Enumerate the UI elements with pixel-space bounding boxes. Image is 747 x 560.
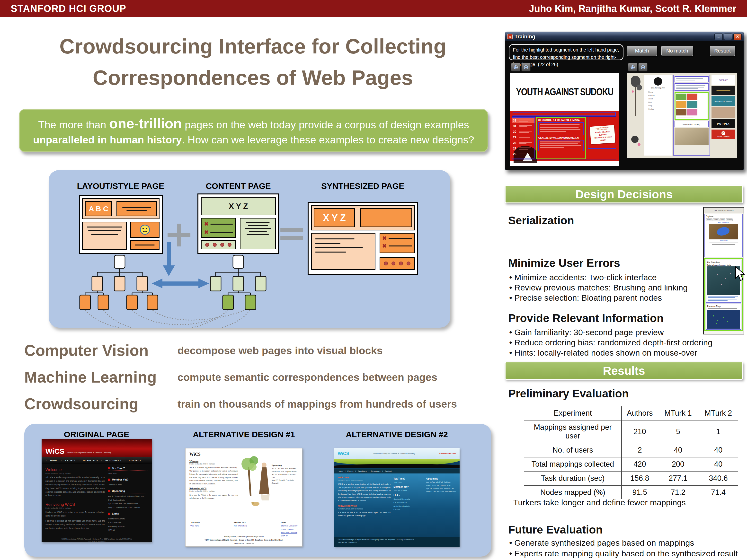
turkers-note: Turkers take longer and define fewer map… bbox=[508, 498, 686, 507]
matched-segment[interactable] bbox=[674, 92, 709, 120]
bullet-preview: Gain familiarity: 30-second page preview bbox=[509, 328, 664, 337]
tree-diagram bbox=[49, 170, 450, 328]
zoom-out-icon-right[interactable]: ⊖ bbox=[638, 63, 647, 72]
table-row: No. of users2 4040 bbox=[524, 443, 738, 457]
table-header-row: ExperimentAuthors MTurk 1MTurk 2 bbox=[524, 406, 738, 420]
candidate-column[interactable]: susannah conway bbox=[673, 75, 710, 156]
authors: Juho Kim, Ranjitha Kumar, Scott R. Klemm… bbox=[529, 3, 737, 14]
intro-line1: The more than one-trillion pages on the … bbox=[20, 114, 488, 133]
table-row: Nodes mapped (%)91.5 71.271.4 bbox=[524, 485, 738, 499]
alt-design2-thumbnail: WiCS Women in Computer Science at Stanfo… bbox=[334, 448, 460, 546]
poster: STANFORD HCI GROUP Juho Kim, Ranjitha Ku… bbox=[0, 0, 747, 560]
right-page-preview[interactable]: the darling tree HomePortfolioAboutBlogS… bbox=[627, 73, 737, 158]
diagram-panel: LAYOUT/STYLE PAGE CONTENT PAGE SYNTHESIZ… bbox=[49, 170, 450, 328]
wics-nav[interactable]: · HOME · EVENTS · DEADLINES · RESOURCES … bbox=[42, 457, 152, 464]
approach-section: Computer Vision decompose web pages into… bbox=[24, 340, 486, 420]
wave-decoration bbox=[334, 459, 460, 469]
original-page-thumbnail: WiCS Women in Computer Science at Stanfo… bbox=[42, 439, 152, 542]
serialization-heading: Serialization bbox=[508, 214, 574, 227]
approach-row-cs: Crowdsourcing train on thousands of mapp… bbox=[24, 393, 486, 415]
alt2-label: ALTERNATIVE DESIGN #2 bbox=[346, 430, 448, 439]
intro-line2: unparalleled in human history. How can w… bbox=[20, 133, 488, 147]
bullet-hints: Hints: locally-related nodes shown on mo… bbox=[509, 348, 697, 357]
poster-title: Crowdsourcing Interface for Collecting C… bbox=[15, 31, 491, 93]
top-bar: STANFORD HCI GROUP Juho Kim, Ranjitha Ku… bbox=[0, 0, 747, 17]
future-evaluation-heading: Future Evaluation bbox=[508, 523, 602, 536]
left-page-preview[interactable]: YOUTH AGAINST SUDOKU 32 31 30 29 28 27 2… bbox=[510, 73, 619, 166]
maximize-icon[interactable]: □ bbox=[724, 33, 732, 40]
window-titlebar[interactable]: 4 Training – □ ✕ bbox=[505, 32, 744, 41]
cursor-icon bbox=[735, 266, 746, 282]
title-line2: Correspondences of Web Pages bbox=[15, 62, 491, 93]
intro-banner: The more than one-trillion pages on the … bbox=[19, 109, 488, 152]
approach-row-cv: Computer Vision decompose web pages into… bbox=[24, 340, 486, 361]
minimize-icon[interactable]: – bbox=[715, 33, 723, 40]
no-match-button[interactable]: No match bbox=[662, 46, 693, 56]
bullet-ordering: Reduce ordering bias: randomized depth-f… bbox=[509, 338, 713, 347]
zoom-in-icon[interactable]: ⊕ bbox=[511, 63, 520, 72]
instruction-box: For the highlighted segment on the left-… bbox=[509, 44, 623, 60]
zoom-in-icon-right[interactable]: ⊕ bbox=[628, 63, 637, 72]
wics-blue-nav[interactable]: Home | Events | Deadlines | Resources | … bbox=[334, 469, 460, 474]
bullet-bloating: Precise selection: Bloating parent nodes bbox=[509, 293, 662, 302]
bird-photo bbox=[709, 224, 738, 239]
zoom-out-icon[interactable]: ⊖ bbox=[521, 63, 531, 72]
minimize-errors-heading: Minimize User Errors bbox=[508, 257, 620, 270]
bullet-generate: Generate synthesized pages based on mapp… bbox=[509, 538, 694, 548]
wics-header: WiCS Women in Computer Science at Stanfo… bbox=[42, 439, 152, 457]
match-button[interactable]: Match bbox=[627, 46, 657, 56]
close-icon[interactable]: ✕ bbox=[733, 33, 742, 40]
results-table: ExperimentAuthors MTurk 1MTurk 2 Mapping… bbox=[524, 406, 738, 499]
training-window: 4 Training – □ ✕ For the highlighted seg… bbox=[505, 32, 744, 170]
branch-photo bbox=[674, 128, 709, 145]
illustration-tree-girl bbox=[240, 452, 275, 513]
note-bullet-mask bbox=[508, 498, 513, 508]
table-row: Total mappings collected420 20040 bbox=[524, 457, 738, 471]
approach-row-ml: Machine Learning compute semantic corres… bbox=[24, 367, 486, 388]
alt1-label: ALTERNATIVE DESIGN #1 bbox=[193, 430, 295, 439]
bullet-brushing: Review previous matches: Brushing and li… bbox=[509, 283, 688, 292]
table-row: Mappings assigned per user210 51 bbox=[524, 420, 738, 443]
bullet-two-click: Minimize accidents: Two-click interface bbox=[509, 273, 656, 282]
sudoku-headline: YOUTH AGAINST SUDOKU bbox=[516, 86, 613, 98]
alt-design1-thumbnail: WiCS Welcome Posted on Jan 21, 2009 by m… bbox=[185, 448, 303, 546]
group-name: STANFORD HCI GROUP bbox=[11, 3, 126, 14]
restart-button[interactable]: Restart bbox=[710, 46, 735, 56]
table-row: Task duration (sec)156.8 277.1340.6 bbox=[524, 471, 738, 485]
original-page-label: ORIGINAL PAGE bbox=[64, 430, 129, 439]
window-title: Training bbox=[515, 33, 713, 40]
design-decisions-header: Design Decisions bbox=[505, 185, 743, 203]
darling-tree-logo-icon bbox=[654, 77, 662, 85]
mapping-arrows bbox=[152, 242, 209, 288]
app-icon: 4 bbox=[507, 34, 513, 39]
darling-tree-column: the darling tree HomePortfolioAboutBlogS… bbox=[644, 75, 672, 156]
title-line1: Crowdsourcing Interface for Collecting bbox=[15, 31, 491, 62]
preliminary-evaluation-heading: Preliminary Evaluation bbox=[508, 387, 629, 400]
examples-panel: ORIGINAL PAGE ALTERNATIVE DESIGN #1 ALTE… bbox=[24, 424, 491, 557]
relevant-info-heading: Provide Relevant Information bbox=[508, 312, 664, 325]
results-header: Results bbox=[505, 362, 743, 380]
bullet-experts: Experts rate mapping quality based on th… bbox=[509, 549, 738, 558]
